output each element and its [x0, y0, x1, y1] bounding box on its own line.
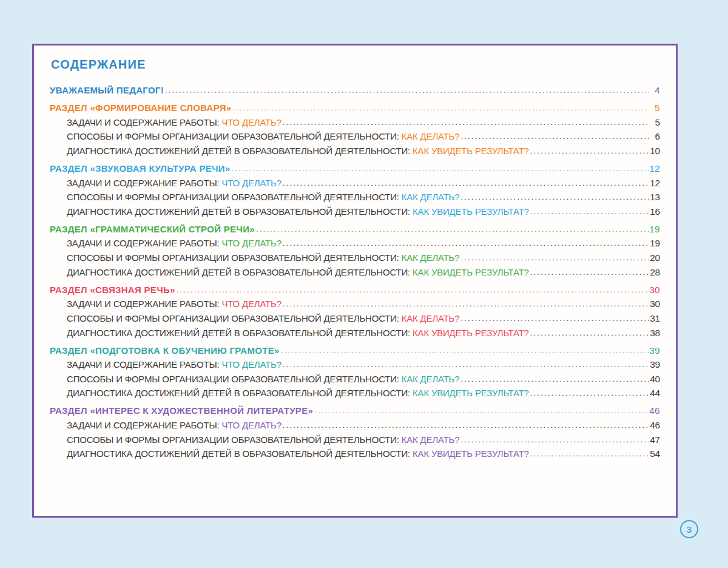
toc-entry-label: РАЗДЕЛ «ИНТЕРЕС К ХУДОЖЕСТВЕННОЙ ЛИТЕРАТ… — [50, 404, 313, 418]
dot-leader — [459, 130, 649, 144]
toc-page-number: 10 — [649, 144, 660, 158]
dot-leader — [529, 326, 649, 340]
dot-leader — [459, 251, 649, 265]
toc-entry-label: ЗАДАЧИ И СОДЕРЖАНИЕ РАБОТЫ: ЧТО ДЕЛАТЬ? — [67, 116, 281, 130]
toc-section-entry: РАЗДЕЛ «ЗВУКОВАЯ КУЛЬТУРА РЕЧИ» 12 — [50, 162, 660, 177]
toc-section-entry: РАЗДЕЛ «ГРАММАТИЧЕСКИЙ СТРОЙ РЕЧИ» 19 — [50, 223, 660, 237]
toc-page-number: 5 — [649, 116, 660, 130]
page-number-badge-value: 3 — [687, 524, 692, 535]
toc-page-number: 12 — [649, 177, 660, 191]
toc-sub-entry: СПОСОБЫ И ФОРМЫ ОРГАНИЗАЦИИ ОБРАЗОВАТЕЛЬ… — [50, 373, 660, 387]
toc-entry-label: СПОСОБЫ И ФОРМЫ ОРГАНИЗАЦИИ ОБРАЗОВАТЕЛЬ… — [67, 251, 459, 265]
toc-entry-label: ДИАГНОСТИКА ДОСТИЖЕНИЙ ДЕТЕЙ В ОБРАЗОВАТ… — [67, 447, 529, 461]
toc-sub-entry: ДИАГНОСТИКА ДОСТИЖЕНИЙ ДЕТЕЙ В ОБРАЗОВАТ… — [50, 447, 660, 462]
toc-entry-label: РАЗДЕЛ «ЗВУКОВАЯ КУЛЬТУРА РЕЧИ» — [50, 162, 231, 176]
dot-leader — [313, 404, 649, 418]
toc-page-number: 5 — [649, 101, 660, 115]
dot-leader — [529, 205, 649, 219]
dot-leader — [529, 144, 649, 158]
toc-sub-entry: СПОСОБЫ И ФОРМЫ ОРГАНИЗАЦИИ ОБРАЗОВАТЕЛЬ… — [50, 433, 660, 448]
dot-leader — [529, 387, 649, 401]
toc-entry-label: РАЗДЕЛ «СВЯЗНАЯ РЕЧЬ» — [50, 283, 175, 297]
toc-page-number: 16 — [649, 205, 660, 219]
toc-page-number: 20 — [649, 251, 660, 265]
dot-leader — [231, 162, 649, 176]
toc-page-number: 44 — [649, 387, 660, 401]
dot-leader — [281, 237, 649, 251]
toc-page-number: 47 — [649, 433, 660, 447]
toc-entry-label: ЗАДАЧИ И СОДЕРЖАНИЕ РАБОТЫ: ЧТО ДЕЛАТЬ? — [67, 177, 281, 191]
page-title: СОДЕРЖАНИЕ — [51, 58, 660, 72]
toc-page-number: 30 — [649, 283, 660, 297]
dot-leader — [281, 297, 649, 311]
toc-section-entry: РАЗДЕЛ «ФОРМИРОВАНИЕ СЛОВАРЯ» 5 — [50, 101, 660, 116]
toc-sub-entry: ДИАГНОСТИКА ДОСТИЖЕНИЙ ДЕТЕЙ В ОБРАЗОВАТ… — [50, 205, 660, 220]
dot-leader — [281, 358, 649, 372]
dot-leader — [281, 116, 649, 130]
dot-leader — [459, 373, 649, 387]
toc-entry-label: СПОСОБЫ И ФОРМЫ ОРГАНИЗАЦИИ ОБРАЗОВАТЕЛЬ… — [67, 191, 459, 205]
toc-page-number: 6 — [649, 130, 660, 144]
toc-sub-entry: СПОСОБЫ И ФОРМЫ ОРГАНИЗАЦИИ ОБРАЗОВАТЕЛЬ… — [50, 312, 660, 326]
toc-sub-entry: СПОСОБЫ И ФОРМЫ ОРГАНИЗАЦИИ ОБРАЗОВАТЕЛЬ… — [50, 130, 660, 144]
toc-page-number: 39 — [649, 358, 660, 372]
toc-entry-label: ДИАГНОСТИКА ДОСТИЖЕНИЙ ДЕТЕЙ В ОБРАЗОВАТ… — [67, 266, 529, 280]
toc-entry-label: ЗАДАЧИ И СОДЕРЖАНИЕ РАБОТЫ: ЧТО ДЕЛАТЬ? — [67, 419, 281, 433]
dot-leader — [231, 101, 649, 115]
toc-page-number: 13 — [649, 191, 660, 205]
dot-leader — [459, 433, 649, 447]
toc-sub-entry: СПОСОБЫ И ФОРМЫ ОРГАНИЗАЦИИ ОБРАЗОВАТЕЛЬ… — [50, 251, 660, 266]
toc-page-number: 19 — [649, 237, 660, 251]
toc-entry-label: ЗАДАЧИ И СОДЕРЖАНИЕ РАБОТЫ: ЧТО ДЕЛАТЬ? — [67, 297, 281, 311]
toc-page-number: 40 — [649, 373, 660, 387]
dot-leader — [529, 447, 649, 461]
toc-entry-label: ДИАГНОСТИКА ДОСТИЖЕНИЙ ДЕТЕЙ В ОБРАЗОВАТ… — [67, 326, 529, 340]
toc-entry-label: СПОСОБЫ И ФОРМЫ ОРГАНИЗАЦИИ ОБРАЗОВАТЕЛЬ… — [67, 433, 459, 447]
toc-sub-entry: ЗАДАЧИ И СОДЕРЖАНИЕ РАБОТЫ: ЧТО ДЕЛАТЬ? … — [50, 419, 660, 433]
toc-sub-entry: ДИАГНОСТИКА ДОСТИЖЕНИЙ ДЕТЕЙ В ОБРАЗОВАТ… — [50, 266, 660, 280]
toc-sub-entry: ЗАДАЧИ И СОДЕРЖАНИЕ РАБОТЫ: ЧТО ДЕЛАТЬ? … — [50, 297, 660, 312]
toc-sub-entry: СПОСОБЫ И ФОРМЫ ОРГАНИЗАЦИИ ОБРАЗОВАТЕЛЬ… — [50, 191, 660, 205]
toc-entry-label: ДИАГНОСТИКА ДОСТИЖЕНИЙ ДЕТЕЙ В ОБРАЗОВАТ… — [67, 205, 529, 219]
toc-page-number: 30 — [649, 297, 660, 311]
dot-leader — [529, 266, 649, 280]
toc-sub-entry: ДИАГНОСТИКА ДОСТИЖЕНИЙ ДЕТЕЙ В ОБРАЗОВАТ… — [50, 144, 660, 159]
dot-leader — [281, 177, 649, 191]
toc-page-number: 54 — [649, 447, 660, 461]
toc-section-entry: РАЗДЕЛ «ИНТЕРЕС К ХУДОЖЕСТВЕННОЙ ЛИТЕРАТ… — [50, 404, 660, 419]
dot-leader — [255, 223, 649, 237]
toc-intro-entry: УВАЖАЕМЫЙ ПЕДАГОГ! 4 — [50, 84, 660, 98]
toc-section-entry: РАЗДЕЛ «ПОДГОТОВКА К ОБУЧЕНИЮ ГРАМОТЕ» 3… — [50, 344, 660, 359]
toc-entry-label: СПОСОБЫ И ФОРМЫ ОРГАНИЗАЦИИ ОБРАЗОВАТЕЛЬ… — [67, 130, 459, 144]
toc-sub-entry: ЗАДАЧИ И СОДЕРЖАНИЕ РАБОТЫ: ЧТО ДЕЛАТЬ? … — [50, 358, 660, 373]
toc-page-number: 46 — [649, 404, 660, 418]
toc-sub-entry: ЗАДАЧИ И СОДЕРЖАНИЕ РАБОТЫ: ЧТО ДЕЛАТЬ? … — [50, 116, 660, 130]
toc-sub-entry: ДИАГНОСТИКА ДОСТИЖЕНИЙ ДЕТЕЙ В ОБРАЗОВАТ… — [50, 326, 660, 341]
toc-page: СОДЕРЖАНИЕ УВАЖАЕМЫЙ ПЕДАГОГ! 4 РАЗДЕЛ «… — [32, 44, 678, 518]
dot-leader — [280, 344, 649, 358]
toc-list: УВАЖАЕМЫЙ ПЕДАГОГ! 4 РАЗДЕЛ «ФОРМИРОВАНИ… — [50, 84, 660, 462]
toc-page-number: 46 — [649, 419, 660, 433]
toc-entry-label: СПОСОБЫ И ФОРМЫ ОРГАНИЗАЦИИ ОБРАЗОВАТЕЛЬ… — [67, 373, 459, 387]
toc-sub-entry: ДИАГНОСТИКА ДОСТИЖЕНИЙ ДЕТЕЙ В ОБРАЗОВАТ… — [50, 387, 660, 401]
toc-entry-label: ЗАДАЧИ И СОДЕРЖАНИЕ РАБОТЫ: ЧТО ДЕЛАТЬ? — [67, 237, 281, 251]
dot-leader — [459, 312, 649, 326]
toc-sub-entry: ЗАДАЧИ И СОДЕРЖАНИЕ РАБОТЫ: ЧТО ДЕЛАТЬ? … — [50, 177, 660, 191]
toc-entry-label: ЗАДАЧИ И СОДЕРЖАНИЕ РАБОТЫ: ЧТО ДЕЛАТЬ? — [67, 358, 281, 372]
dot-leader — [281, 419, 649, 433]
toc-entry-label: РАЗДЕЛ «ФОРМИРОВАНИЕ СЛОВАРЯ» — [50, 101, 231, 115]
dot-leader — [175, 283, 649, 297]
toc-entry-label: РАЗДЕЛ «ПОДГОТОВКА К ОБУЧЕНИЮ ГРАМОТЕ» — [50, 344, 280, 358]
toc-page-number: 38 — [649, 326, 660, 340]
toc-entry-label: СПОСОБЫ И ФОРМЫ ОРГАНИЗАЦИИ ОБРАЗОВАТЕЛЬ… — [67, 312, 459, 326]
toc-entry-label: ДИАГНОСТИКА ДОСТИЖЕНИЙ ДЕТЕЙ В ОБРАЗОВАТ… — [67, 144, 529, 158]
toc-section-entry: РАЗДЕЛ «СВЯЗНАЯ РЕЧЬ» 30 — [50, 283, 660, 298]
toc-page-number: 39 — [649, 344, 660, 358]
toc-sub-entry: ЗАДАЧИ И СОДЕРЖАНИЕ РАБОТЫ: ЧТО ДЕЛАТЬ? … — [50, 237, 660, 251]
toc-page-number: 4 — [649, 84, 660, 98]
toc-page-number: 31 — [649, 312, 660, 326]
toc-page-number: 28 — [649, 266, 660, 280]
toc-entry-label: ДИАГНОСТИКА ДОСТИЖЕНИЙ ДЕТЕЙ В ОБРАЗОВАТ… — [67, 387, 529, 401]
toc-page-number: 19 — [649, 223, 660, 237]
toc-entry-label: УВАЖАЕМЫЙ ПЕДАГОГ! — [50, 84, 164, 98]
